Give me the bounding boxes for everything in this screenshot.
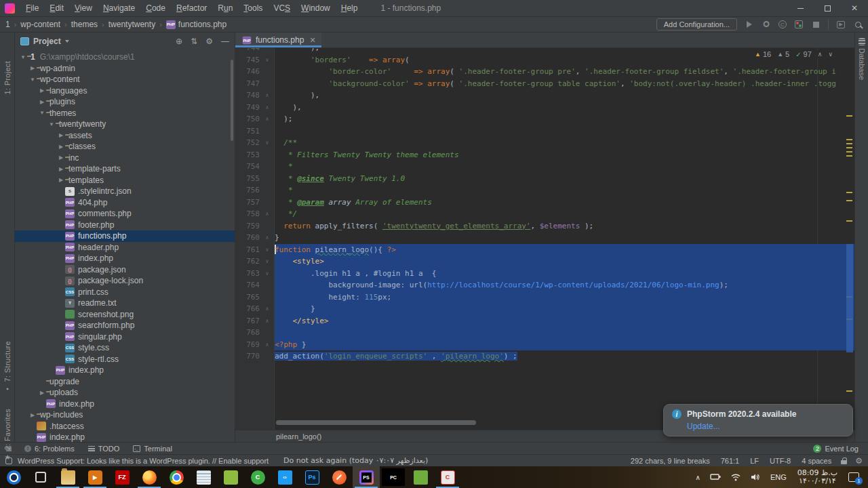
fold-marker-icon[interactable]: ∨ xyxy=(260,256,275,268)
tree-item-themes[interactable]: ▼themes xyxy=(15,108,235,119)
fold-marker-icon[interactable]: ∧ xyxy=(260,232,275,244)
taskbar-phpstorm[interactable]: PS xyxy=(353,466,380,488)
tree-item--stylelintrc-json[interactable]: S.stylelintrc.json xyxy=(15,186,235,197)
warning-stripe-mark[interactable] xyxy=(846,147,852,148)
code-line-752[interactable]: 752∨ /** xyxy=(235,137,854,149)
panel-settings-icon[interactable]: ⚙ xyxy=(205,37,213,46)
add-configuration-button[interactable]: Add Configuration... xyxy=(656,18,737,30)
menu-view[interactable]: View xyxy=(69,0,98,17)
weak-warnings-indicator[interactable]: ▲5 xyxy=(777,50,789,58)
search-everywhere-icon[interactable] xyxy=(853,20,863,29)
tab-functions-php[interactable]: PHP functions.php ✕ xyxy=(235,33,321,47)
tree-item-print-css[interactable]: CSSprint.css xyxy=(15,287,235,298)
taskbar-notepad[interactable] xyxy=(190,466,217,488)
code-line-760[interactable]: 760∧} xyxy=(235,232,854,244)
code-line-747[interactable]: 747 'background-color' => array( '.heade… xyxy=(235,78,854,90)
warning-stripe-mark[interactable] xyxy=(846,139,852,140)
tree-item-template-parts[interactable]: ▶template-parts xyxy=(15,163,235,175)
fold-marker-icon[interactable]: ∧ xyxy=(260,303,275,315)
warning-stripe-mark[interactable] xyxy=(846,143,852,144)
tree-item-package-lock-json[interactable]: {}package-lock.json xyxy=(15,275,235,287)
menu-navigate[interactable]: Navigate xyxy=(98,0,140,17)
code-line-751[interactable]: 751 xyxy=(235,125,854,138)
taskbar-start[interactable] xyxy=(0,466,27,488)
warning-stripe-mark[interactable] xyxy=(846,151,852,152)
tree-item-languages[interactable]: ▶languages xyxy=(15,85,235,97)
code-line-766[interactable]: 766∧ } xyxy=(235,303,854,315)
tree-item-comments-php[interactable]: PHPcomments.php xyxy=(15,208,235,220)
chevron-down-icon[interactable]: ▼ xyxy=(38,110,46,116)
battery-icon[interactable] xyxy=(705,466,726,488)
wifi-icon[interactable] xyxy=(726,466,746,488)
code-line-762[interactable]: 762∨ <style> xyxy=(235,256,854,268)
tool-button-todo[interactable]: TODO xyxy=(81,445,127,453)
inspection-widget[interactable]: ▲16 ▲5 ✓97 ∧ ∨ xyxy=(752,50,835,58)
typos-indicator[interactable]: ✓97 xyxy=(795,50,812,58)
fold-marker-icon[interactable]: ∨ xyxy=(260,268,275,280)
taskbar-notepad-plus-plus[interactable] xyxy=(217,466,244,488)
code-line-761[interactable]: 761∨function pilearn_logo(){ ?> xyxy=(235,244,854,256)
menu-code[interactable]: Code xyxy=(140,0,171,17)
code-line-770[interactable]: 770add_action('login_enqueue_scripts' , … xyxy=(235,350,854,363)
tool-button-problems[interactable]: ! 6: Problems xyxy=(18,445,81,453)
code-line-749[interactable]: 749∧ ), xyxy=(235,102,854,114)
tree-item-package-json[interactable]: {}package.json xyxy=(15,264,235,276)
chevron-right-icon[interactable]: ▶ xyxy=(38,390,46,396)
tree-item-index-php[interactable]: PHPindex.php xyxy=(15,399,235,410)
code-line-767[interactable]: 767∧ </style> xyxy=(235,315,854,327)
tree-item-singular-php[interactable]: PHPsingular.php xyxy=(15,331,235,343)
code-area[interactable]: 744 ),745∨ 'borders' => array(746 'borde… xyxy=(235,48,854,430)
tray-expand-icon[interactable]: ∧ xyxy=(691,466,705,488)
run-icon[interactable] xyxy=(745,20,754,29)
taskbar-photoshop[interactable]: Ps xyxy=(298,466,326,488)
taskbar-epic-pen[interactable] xyxy=(326,466,353,488)
tree-item-1[interactable]: ▼1G:\xampp\htdocs\course\1 xyxy=(15,52,235,63)
tool-button-project[interactable]: 1: Project xyxy=(0,61,15,94)
fold-marker-icon[interactable]: ∨ xyxy=(260,244,275,256)
clock[interactable]: 08:09 ب.ظ ۱۴۰۰/۰۳/۱۴ xyxy=(791,466,844,488)
menu-run[interactable]: Run xyxy=(212,0,238,17)
chevron-down-icon[interactable]: ▼ xyxy=(28,77,37,83)
fold-marker-icon[interactable]: ∧ xyxy=(260,208,275,220)
tree-item-upgrade[interactable]: upgrade xyxy=(15,376,235,388)
code-line-764[interactable]: 764 background-image: url(http://localho… xyxy=(235,279,854,291)
code-line-748[interactable]: 748∧ ), xyxy=(235,89,854,102)
taskbar-media-player[interactable]: ▶ xyxy=(81,466,108,488)
action-center-button[interactable]: 1 xyxy=(844,466,864,488)
code-line-763[interactable]: 763∨ .login h1 a , #login h1 a { xyxy=(235,268,854,280)
close-button[interactable]: ✕ xyxy=(841,0,868,17)
taskbar-vscode[interactable]: ‹› xyxy=(271,466,298,488)
tree-item-screenshot-png[interactable]: screenshot.png xyxy=(15,309,235,321)
fold-marker-icon[interactable]: ∧ xyxy=(260,89,275,102)
lock-icon[interactable] xyxy=(841,460,847,464)
profiler-icon[interactable] xyxy=(794,20,804,29)
warning-stripe-mark[interactable] xyxy=(846,220,852,222)
chevron-right-icon[interactable]: ▶ xyxy=(28,65,37,71)
tool-button-terminal[interactable]: ›_ Terminal xyxy=(126,445,179,453)
chevron-right-icon[interactable]: ▶ xyxy=(38,87,46,94)
taskbar-chrome[interactable] xyxy=(163,466,190,488)
warning-stripe-mark[interactable] xyxy=(846,155,852,157)
horizontal-scrollbar[interactable] xyxy=(276,420,476,425)
update-notification[interactable]: i PhpStorm 2020.2.4 available Update... xyxy=(663,404,853,436)
warnings-indicator[interactable]: ▲16 xyxy=(755,50,771,58)
menu-help[interactable]: Help xyxy=(336,0,363,17)
debug-icon[interactable]: 🞈 xyxy=(762,20,771,29)
status-stat[interactable]: LF xyxy=(750,457,759,465)
code-line-768[interactable]: 768 xyxy=(235,327,854,339)
code-line-757[interactable]: 757 * @param array Array of elements xyxy=(235,197,854,209)
run-anything-icon[interactable]: ▶ xyxy=(836,20,846,29)
code-line-759[interactable]: 759 return apply_filters( 'twentytwenty_… xyxy=(235,220,854,232)
tool-button-structure[interactable]: 7: Structure▪ xyxy=(0,341,15,392)
stop-icon[interactable] xyxy=(811,20,821,29)
tree-item-wp-admin[interactable]: ▶wp-admin xyxy=(15,63,235,75)
code-line-753[interactable]: 753 * Filters Twenty Twenty theme elemen… xyxy=(235,149,854,161)
breadcrumb-item[interactable]: wp-content xyxy=(20,20,60,29)
taskbar-camtasia[interactable]: C xyxy=(244,466,271,488)
chevron-right-icon[interactable]: ▶ xyxy=(57,177,65,183)
tree-item-plugins[interactable]: ▶plugins xyxy=(15,96,235,108)
code-line-765[interactable]: 765 height: 115px; xyxy=(235,291,854,304)
code-line-746[interactable]: 746 'border-color' => array( '.header-fo… xyxy=(235,66,854,78)
tree-scrollbar[interactable] xyxy=(231,60,233,141)
tree-item-inc[interactable]: ▶inc xyxy=(15,152,235,164)
